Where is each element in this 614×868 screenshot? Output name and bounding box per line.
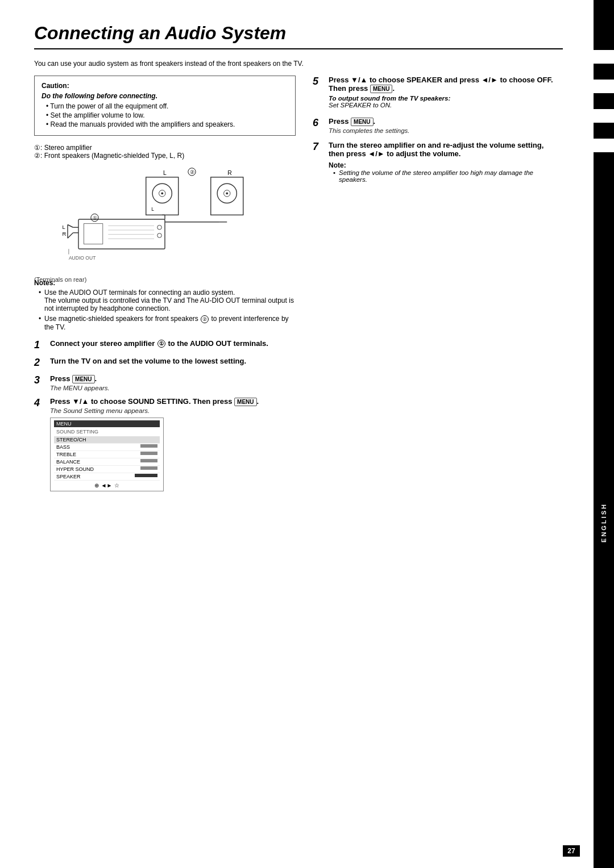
menu-row-bass: BASS (54, 444, 160, 451)
bar-2 (594, 64, 614, 77)
svg-text:L: L (151, 206, 154, 212)
english-label: ENGLISH (600, 503, 607, 542)
svg-line-34 (68, 225, 73, 228)
step-1: 1 Connect your stereo amplifier ① to the… (34, 339, 296, 351)
svg-text:L: L (163, 170, 167, 176)
step-4-content: Press ▼/▲ to choose SOUND SETTING. Then … (50, 397, 296, 491)
intro-text: You can use your audio system as front s… (34, 60, 563, 68)
step-2-content: Turn the TV on and set the volume to the… (50, 357, 296, 365)
step-6: 6 Press MENU. This completes the setting… (313, 117, 557, 134)
right-column: 5 Press ▼/▲ to choose SPEAKER and press … (313, 76, 557, 497)
note-item-1: Use the AUDIO OUT terminals for connecti… (39, 289, 296, 312)
right-sidebar: ENGLISH (594, 0, 614, 868)
annotation-1: ①: Stereo amplifier (34, 144, 296, 152)
bar-gap-2 (594, 80, 614, 93)
notes-box: Notes: Use the AUDIO OUT terminals for c… (34, 279, 296, 331)
svg-text:R: R (63, 231, 67, 237)
step-7-note-item-1: Setting the volume of the stereo amplifi… (333, 169, 557, 183)
annotations-area: ①: Stereo amplifier ②: Front speakers (M… (34, 144, 296, 160)
step-2-num: 2 (34, 357, 48, 369)
notes-list: Use the AUDIO OUT terminals for connecti… (34, 289, 296, 331)
bar-gap-4 (594, 139, 614, 152)
step-2: 2 Turn the TV on and set the volume to t… (34, 357, 296, 369)
diagram-area: L R ② L (34, 165, 296, 273)
step-6-content: Press MENU. This completes the settings. (329, 117, 557, 134)
step-6-num: 6 (313, 117, 326, 129)
step-7: 7 Turn the stereo amplifier on and re-ad… (313, 141, 557, 184)
svg-text:①: ① (93, 215, 97, 221)
step-4-note: The Sound Setting menu appears. (50, 407, 296, 414)
svg-point-20 (157, 233, 162, 238)
bar-1 (594, 34, 614, 48)
step-1-content: Connect your stereo amplifier ① to the A… (50, 339, 296, 348)
step-7-note-title: Note: (329, 161, 557, 169)
svg-line-35 (68, 233, 73, 239)
english-label-container: ENGLISH (600, 177, 607, 868)
step-4-num: 4 (34, 397, 48, 409)
svg-text:L: L (63, 224, 65, 230)
menu-row-balance: BALANCE (54, 458, 160, 466)
connection-diagram: L R ② L (34, 165, 296, 273)
note-item-2: Use magnetic-shielded speakers for front… (39, 315, 296, 331)
menu-row-speaker: SPEAKER (54, 473, 160, 481)
caution-list: Turn the power of all the equipment off.… (42, 102, 288, 128)
diagram-label: (Terminals on rear) (34, 276, 296, 283)
step-7-num: 7 (313, 141, 326, 153)
svg-point-12 (226, 193, 228, 195)
step-5: 5 Press ▼/▲ to choose SPEAKER and press … (313, 76, 557, 110)
step-7-note-list: Setting the volume of the stereo amplifi… (329, 169, 557, 183)
menu-row-treble: TREBLE (54, 451, 160, 458)
menu-screenshot: MENU SOUND SETTING STEREO/CH BASS TREBLE (50, 418, 164, 491)
bar-4 (594, 123, 614, 136)
step-6-menu-icon: MENU (351, 118, 373, 126)
page-title: Connecting an Audio System (34, 23, 563, 49)
step-3-num: 3 (34, 374, 48, 386)
svg-rect-14 (84, 224, 103, 244)
step-4-menu-icon: MENU (234, 398, 256, 406)
menu-row-hyper: HYPER SOUND (54, 466, 160, 473)
left-column: Caution: Do the following before connect… (34, 76, 296, 497)
bar-gap-1 (594, 50, 614, 64)
svg-rect-9 (211, 177, 243, 215)
step-5-content: Press ▼/▲ to choose SPEAKER and press ◄/… (329, 76, 557, 110)
menu-row-stereo: STEREO/CH (54, 436, 160, 444)
step-7-content: Turn the stereo amplifier on and re-adju… (329, 141, 557, 184)
svg-rect-4 (146, 177, 179, 215)
menu-header: MENU (54, 420, 160, 427)
bar-gap-3 (594, 109, 614, 123)
step-6-note: This completes the settings. (329, 127, 557, 134)
step-4: 4 Press ▼/▲ to choose SOUND SETTING. The… (34, 397, 296, 491)
step-7-note-box: Note: Setting the volume of the stereo a… (329, 161, 557, 183)
annotation-2: ②: Front speakers (Magnetic-shielded Typ… (34, 152, 296, 160)
menu-subheader: SOUND SETTING (54, 428, 160, 435)
svg-text:②: ② (190, 169, 194, 175)
menu-icons: ⊕◄►☆ (54, 482, 160, 489)
svg-text:AUDIO OUT: AUDIO OUT (69, 255, 96, 261)
step-3-content: Press MENU. The MENU appears. (50, 374, 296, 391)
step-3-menu-icon: MENU (72, 375, 94, 383)
step-3-note: The MENU appears. (50, 385, 296, 391)
step-1-num: 1 (34, 339, 48, 351)
step-3: 3 Press MENU. The MENU appears. (34, 374, 296, 391)
bar-5 (594, 152, 614, 166)
caution-title: Caution: (42, 82, 288, 90)
caution-subtitle: Do the following before connecting. (42, 92, 288, 100)
step-5-menu-icon: MENU (370, 85, 392, 93)
bar-3 (594, 93, 614, 107)
caution-box: Caution: Do the following before connect… (34, 76, 296, 136)
caution-item-2: Set the amplifier volume to low. (46, 111, 288, 119)
step-5-sub-note: To output sound from the TV speakers: Se… (329, 95, 557, 108)
caution-item-3: Read the manuals provided with the ampli… (46, 120, 288, 128)
svg-text:R: R (227, 170, 232, 176)
step-5-num: 5 (313, 76, 326, 87)
svg-point-19 (157, 225, 162, 229)
caution-item-1: Turn the power of all the equipment off. (46, 102, 288, 110)
svg-point-7 (161, 193, 163, 195)
page-number: 27 (563, 845, 580, 857)
